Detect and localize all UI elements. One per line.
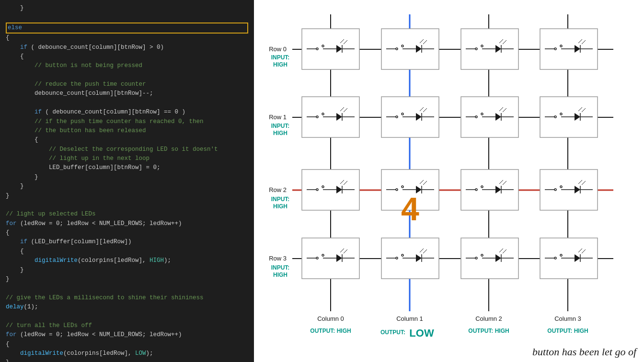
input-label-r1-line1: INPUT: <box>271 123 290 129</box>
circuit-diagram: Row 0 Row 1 Row 2 Row 3 INPUT: HIGH INPU… <box>254 0 644 362</box>
input-label-r3-line1: INPUT: <box>271 264 290 271</box>
code-line: // Deselect the corresponding LED so it … <box>6 145 248 154</box>
code-line: // give the LEDs a millisecond to shine … <box>6 294 248 303</box>
led-cell-r1c3 <box>540 97 598 137</box>
code-line: { <box>6 340 248 349</box>
code-line: { <box>6 34 248 43</box>
output-label-c1-low: LOW <box>409 327 434 339</box>
code-line: for (ledRow = 0; ledRow < NUM_LED_ROWS; … <box>6 219 248 228</box>
code-line: { <box>6 247 248 256</box>
col-label-1: Column 1 <box>396 315 423 322</box>
code-line <box>6 99 248 108</box>
input-label-r1-line2: HIGH <box>273 130 288 136</box>
code-line: { <box>6 136 248 145</box>
led-cell-r1c2 <box>461 97 518 137</box>
col-label-0: Column 0 <box>317 315 344 322</box>
led-cell-r0c2 <box>461 29 518 69</box>
led-cell-r1c0 <box>302 97 359 137</box>
code-line: if (LED_buffer[column][ledRow]) <box>6 238 248 247</box>
code-line: // light up selected LEDs <box>6 210 248 219</box>
col-label-2: Column 2 <box>475 315 502 322</box>
annotation-text: button has been let go of <box>532 346 636 358</box>
output-label-c2: OUTPUT: HIGH <box>468 328 509 334</box>
code-line: digitalWrite(colorpins[ledRow], HIGH); <box>6 256 248 265</box>
code-line: } <box>6 182 248 191</box>
code-line: delay(1); <box>6 303 248 312</box>
led-cell-r3c1 <box>381 238 439 279</box>
code-line: } <box>6 266 248 275</box>
code-line: if ( debounce_count[column][btnRow] > 0) <box>6 43 248 52</box>
code-line: } <box>6 275 248 284</box>
row-label-2: Row 2 <box>269 186 287 193</box>
code-line <box>6 13 248 22</box>
code-line: } <box>6 4 248 13</box>
led-cell-r0c0 <box>302 29 359 69</box>
code-line: // button is not being pressed <box>6 61 248 70</box>
code-line <box>6 312 248 321</box>
code-line: debounce_count[column][btnRow]--; <box>6 89 248 98</box>
output-label-c3: OUTPUT: HIGH <box>547 328 588 334</box>
input-label-r3-line2: HIGH <box>273 272 288 278</box>
code-line <box>6 201 248 210</box>
code-line <box>6 71 248 80</box>
input-label-r0-line1: INPUT: <box>271 54 290 61</box>
row-label-0: Row 0 <box>269 45 287 53</box>
output-label-c0: OUTPUT: HIGH <box>310 328 351 334</box>
code-line: // the button has been released <box>6 126 248 136</box>
intersection-number: 4 <box>401 191 419 227</box>
led-cell-r0c3 <box>540 29 598 69</box>
code-panel: } else { if ( debounce_count[column][btn… <box>0 0 254 362</box>
led-cell-r3c2 <box>461 238 518 279</box>
else-block: else <box>6 23 248 34</box>
circuit-panel: Row 0 Row 1 Row 2 Row 3 INPUT: HIGH INPU… <box>254 0 644 362</box>
code-line: if ( debounce_count[column][btnRow] == 0… <box>6 108 248 117</box>
led-cell-r0c1 <box>381 29 439 69</box>
led-cell-r1c1 <box>381 97 439 137</box>
row-label-1: Row 1 <box>269 113 287 121</box>
code-line: digitalWrite(colorpins[ledRow], LOW); <box>6 349 248 358</box>
code-line: } <box>6 358 248 362</box>
code-line: for (ledRow = 0; ledRow < NUM_LED_ROWS; … <box>6 330 248 339</box>
input-label-r2-line1: INPUT: <box>271 196 290 203</box>
led-cell-r2c2 <box>461 170 518 210</box>
code-line: { <box>6 228 248 238</box>
code-line: } <box>6 173 248 182</box>
code-line: LED_buffer[column][btnRow] = 0; <box>6 163 248 172</box>
led-cell-r3c0 <box>302 238 359 279</box>
led-cell-r2c3 <box>540 170 598 210</box>
output-label-c1-pre: OUTPUT: <box>380 329 405 336</box>
row-label-3: Row 3 <box>269 255 287 262</box>
code-line: // light up in the next loop <box>6 154 248 163</box>
code-line <box>6 284 248 293</box>
code-line: } <box>6 192 248 201</box>
code-line: { <box>6 52 248 61</box>
input-label-r0-line2: HIGH <box>273 61 288 68</box>
col-label-3: Column 3 <box>554 315 581 322</box>
led-cell-r2c0 <box>302 170 359 210</box>
code-line: // reduce the push time counter <box>6 80 248 89</box>
input-label-r2-line2: HIGH <box>273 203 288 210</box>
led-cell-r3c3 <box>540 238 598 279</box>
code-line: // turn all the LEDs off <box>6 321 248 330</box>
code-line: // if the push time counter has reached … <box>6 117 248 126</box>
